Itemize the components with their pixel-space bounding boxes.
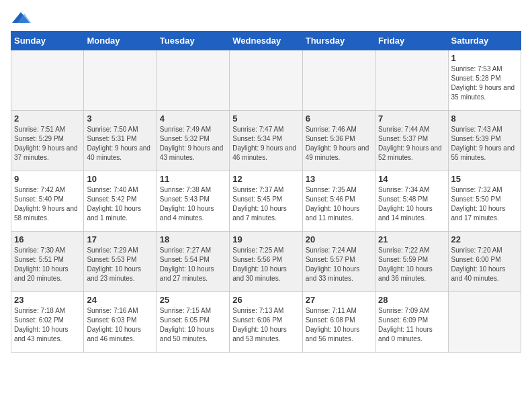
- day-number: 3: [87, 113, 153, 124]
- calendar-cell: 19Sunrise: 7:25 AMSunset: 5:56 PMDayligh…: [230, 232, 302, 292]
- calendar-week-2: 2Sunrise: 7:51 AMSunset: 5:29 PMDaylight…: [11, 111, 521, 171]
- column-header-friday: Friday: [375, 32, 448, 50]
- calendar-week-4: 16Sunrise: 7:30 AMSunset: 5:51 PMDayligh…: [11, 232, 521, 292]
- calendar-cell: 7Sunrise: 7:44 AMSunset: 5:37 PMDaylight…: [375, 111, 448, 171]
- calendar-cell: 20Sunrise: 7:24 AMSunset: 5:57 PMDayligh…: [302, 232, 375, 292]
- day-info: Sunrise: 7:42 AMSunset: 5:40 PMDaylight:…: [14, 185, 81, 223]
- day-number: 14: [378, 174, 445, 184]
- calendar-cell: 25Sunrise: 7:15 AMSunset: 6:05 PMDayligh…: [157, 292, 229, 353]
- calendar-cell: 18Sunrise: 7:27 AMSunset: 5:54 PMDayligh…: [157, 232, 229, 292]
- calendar-cell: 17Sunrise: 7:29 AMSunset: 5:53 PMDayligh…: [84, 232, 157, 292]
- calendar-cell: 28Sunrise: 7:09 AMSunset: 6:09 PMDayligh…: [375, 292, 448, 353]
- calendar-cell: 6Sunrise: 7:46 AMSunset: 5:36 PMDaylight…: [302, 111, 375, 171]
- logo-icon: [11, 11, 31, 26]
- calendar-cell: [302, 50, 375, 111]
- day-info: Sunrise: 7:44 AMSunset: 5:37 PMDaylight:…: [378, 125, 445, 163]
- calendar-week-5: 23Sunrise: 7:18 AMSunset: 6:02 PMDayligh…: [11, 292, 521, 353]
- day-info: Sunrise: 7:30 AMSunset: 5:51 PMDaylight:…: [14, 246, 81, 283]
- day-number: 9: [14, 174, 81, 184]
- day-number: 10: [87, 174, 153, 184]
- day-info: Sunrise: 7:51 AMSunset: 5:29 PMDaylight:…: [14, 125, 81, 163]
- day-number: 17: [87, 234, 153, 244]
- day-number: 12: [232, 174, 299, 184]
- day-info: Sunrise: 7:40 AMSunset: 5:42 PMDaylight:…: [87, 185, 153, 223]
- day-info: Sunrise: 7:34 AMSunset: 5:48 PMDaylight:…: [378, 185, 445, 223]
- calendar-cell: 9Sunrise: 7:42 AMSunset: 5:40 PMDaylight…: [11, 171, 84, 232]
- calendar-cell: 12Sunrise: 7:37 AMSunset: 5:45 PMDayligh…: [230, 171, 302, 232]
- day-number: 25: [160, 295, 226, 305]
- day-info: Sunrise: 7:53 AMSunset: 5:28 PMDaylight:…: [451, 64, 518, 102]
- day-info: Sunrise: 7:38 AMSunset: 5:43 PMDaylight:…: [160, 185, 226, 223]
- column-header-wednesday: Wednesday: [230, 32, 302, 50]
- day-number: 20: [306, 234, 372, 244]
- column-header-tuesday: Tuesday: [157, 32, 229, 50]
- day-info: Sunrise: 7:35 AMSunset: 5:46 PMDaylight:…: [306, 185, 372, 223]
- day-info: Sunrise: 7:27 AMSunset: 5:54 PMDaylight:…: [160, 246, 226, 283]
- column-header-monday: Monday: [84, 32, 157, 50]
- calendar-table: SundayMondayTuesdayWednesdayThursdayFrid…: [11, 31, 521, 353]
- calendar-cell: 4Sunrise: 7:49 AMSunset: 5:32 PMDaylight…: [157, 111, 229, 171]
- day-number: 21: [378, 234, 445, 244]
- day-info: Sunrise: 7:18 AMSunset: 6:02 PMDaylight:…: [14, 306, 81, 344]
- day-number: 27: [306, 295, 372, 305]
- day-info: Sunrise: 7:43 AMSunset: 5:39 PMDaylight:…: [451, 125, 518, 163]
- calendar-cell: 26Sunrise: 7:13 AMSunset: 6:06 PMDayligh…: [230, 292, 302, 353]
- calendar-cell: 16Sunrise: 7:30 AMSunset: 5:51 PMDayligh…: [11, 232, 84, 292]
- day-info: Sunrise: 7:22 AMSunset: 5:59 PMDaylight:…: [378, 246, 445, 283]
- day-number: 6: [306, 113, 372, 124]
- day-info: Sunrise: 7:29 AMSunset: 5:53 PMDaylight:…: [87, 246, 153, 283]
- day-number: 23: [14, 295, 81, 305]
- day-info: Sunrise: 7:47 AMSunset: 5:34 PMDaylight:…: [232, 125, 299, 163]
- day-number: 18: [160, 234, 226, 244]
- logo: [11, 11, 34, 26]
- day-number: 2: [14, 113, 81, 124]
- calendar-cell: 11Sunrise: 7:38 AMSunset: 5:43 PMDayligh…: [157, 171, 229, 232]
- day-info: Sunrise: 7:24 AMSunset: 5:57 PMDaylight:…: [306, 246, 372, 283]
- day-number: 8: [451, 113, 518, 124]
- calendar-cell: 13Sunrise: 7:35 AMSunset: 5:46 PMDayligh…: [302, 171, 375, 232]
- calendar-cell: [448, 292, 521, 353]
- day-info: Sunrise: 7:37 AMSunset: 5:45 PMDaylight:…: [232, 185, 299, 223]
- calendar-header-row: SundayMondayTuesdayWednesdayThursdayFrid…: [11, 32, 521, 50]
- day-info: Sunrise: 7:15 AMSunset: 6:05 PMDaylight:…: [160, 306, 226, 344]
- day-number: 5: [232, 113, 299, 124]
- calendar-body: 1Sunrise: 7:53 AMSunset: 5:28 PMDaylight…: [11, 50, 521, 353]
- day-info: Sunrise: 7:20 AMSunset: 6:00 PMDaylight:…: [451, 246, 518, 283]
- calendar-cell: [11, 50, 84, 111]
- day-info: Sunrise: 7:50 AMSunset: 5:31 PMDaylight:…: [87, 125, 153, 163]
- column-header-thursday: Thursday: [302, 32, 375, 50]
- day-number: 26: [232, 295, 299, 305]
- day-info: Sunrise: 7:25 AMSunset: 5:56 PMDaylight:…: [232, 246, 299, 283]
- calendar-cell: [84, 50, 157, 111]
- calendar-cell: [230, 50, 302, 111]
- day-number: 16: [14, 234, 81, 244]
- day-info: Sunrise: 7:11 AMSunset: 6:08 PMDaylight:…: [306, 306, 372, 344]
- calendar-cell: 8Sunrise: 7:43 AMSunset: 5:39 PMDaylight…: [448, 111, 521, 171]
- calendar-cell: 2Sunrise: 7:51 AMSunset: 5:29 PMDaylight…: [11, 111, 84, 171]
- day-info: Sunrise: 7:32 AMSunset: 5:50 PMDaylight:…: [451, 185, 518, 223]
- calendar-cell: 5Sunrise: 7:47 AMSunset: 5:34 PMDaylight…: [230, 111, 302, 171]
- day-number: 19: [232, 234, 299, 244]
- column-header-sunday: Sunday: [11, 32, 84, 50]
- column-header-saturday: Saturday: [448, 32, 521, 50]
- day-info: Sunrise: 7:13 AMSunset: 6:06 PMDaylight:…: [232, 306, 299, 344]
- calendar-week-3: 9Sunrise: 7:42 AMSunset: 5:40 PMDaylight…: [11, 171, 521, 232]
- day-number: 13: [306, 174, 372, 184]
- day-info: Sunrise: 7:49 AMSunset: 5:32 PMDaylight:…: [160, 125, 226, 163]
- page-header: [11, 11, 521, 26]
- day-number: 1: [451, 53, 518, 63]
- calendar-cell: 10Sunrise: 7:40 AMSunset: 5:42 PMDayligh…: [84, 171, 157, 232]
- calendar-cell: 15Sunrise: 7:32 AMSunset: 5:50 PMDayligh…: [448, 171, 521, 232]
- day-number: 28: [378, 295, 445, 305]
- day-number: 22: [451, 234, 518, 244]
- calendar-cell: 24Sunrise: 7:16 AMSunset: 6:03 PMDayligh…: [84, 292, 157, 353]
- calendar-cell: 3Sunrise: 7:50 AMSunset: 5:31 PMDaylight…: [84, 111, 157, 171]
- day-number: 24: [87, 295, 153, 305]
- calendar-cell: 22Sunrise: 7:20 AMSunset: 6:00 PMDayligh…: [448, 232, 521, 292]
- day-info: Sunrise: 7:16 AMSunset: 6:03 PMDaylight:…: [87, 306, 153, 344]
- calendar-cell: 1Sunrise: 7:53 AMSunset: 5:28 PMDaylight…: [448, 50, 521, 111]
- calendar-week-1: 1Sunrise: 7:53 AMSunset: 5:28 PMDaylight…: [11, 50, 521, 111]
- calendar-cell: 21Sunrise: 7:22 AMSunset: 5:59 PMDayligh…: [375, 232, 448, 292]
- day-number: 15: [451, 174, 518, 184]
- calendar-cell: [375, 50, 448, 111]
